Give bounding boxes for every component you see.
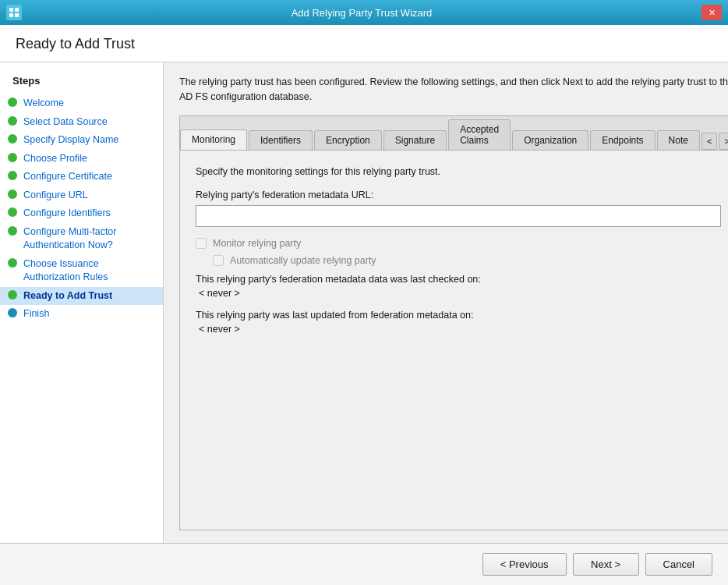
- tab-scroll-right[interactable]: >: [719, 133, 728, 150]
- sidebar-item-choose-profile[interactable]: Choose Profile: [0, 150, 163, 168]
- sidebar-item-welcome[interactable]: Welcome: [0, 94, 163, 113]
- window-title: Add Relying Party Trust Wizard: [22, 7, 701, 19]
- step-dot-choose-issuance: [8, 258, 17, 268]
- tab-content-monitoring: Specify the monitoring settings for this…: [180, 151, 728, 530]
- next-button[interactable]: Next >: [573, 553, 639, 576]
- cancel-button[interactable]: Cancel: [645, 553, 712, 576]
- sidebar-item-configure-url[interactable]: Configure URL: [0, 186, 163, 205]
- autoupdate-checkbox-row: Automatically update relying party: [196, 255, 721, 266]
- tab-accepted-claims[interactable]: Accepted Claims: [448, 119, 511, 150]
- last-checked-value: < never >: [196, 288, 721, 299]
- content-area: Steps Welcome Select Data Source Specify…: [0, 62, 728, 543]
- autoupdate-checkbox-label: Automatically update relying party: [230, 255, 376, 266]
- sidebar-item-select-data-source[interactable]: Select Data Source: [0, 113, 163, 132]
- window: Ready to Add Trust Steps Welcome Select …: [0, 25, 728, 585]
- svg-rect-3: [15, 13, 19, 17]
- main-panel: The relying party trust has been configu…: [164, 62, 728, 543]
- intro-text: The relying party trust has been configu…: [179, 75, 728, 105]
- step-dot-finish: [8, 308, 17, 317]
- step-dot-choose-profile: [8, 153, 17, 162]
- sidebar-item-ready-to-add[interactable]: Ready to Add Trust: [0, 287, 163, 306]
- step-dot-select-data-source: [8, 116, 17, 126]
- footer: < Previous Next > Cancel: [0, 543, 728, 585]
- sidebar-item-configure-certificate[interactable]: Configure Certificate: [0, 168, 163, 186]
- window-header: Ready to Add Trust: [0, 25, 728, 62]
- app-icon: [6, 5, 22, 20]
- svg-rect-0: [9, 8, 13, 12]
- tab-bar: Monitoring Identifiers Encryption Signat…: [180, 116, 728, 151]
- monitor-checkbox[interactable]: [196, 238, 207, 249]
- sidebar: Steps Welcome Select Data Source Specify…: [0, 62, 164, 543]
- svg-rect-1: [15, 8, 19, 12]
- previous-button[interactable]: < Previous: [482, 553, 567, 576]
- tab-identifiers[interactable]: Identifiers: [249, 130, 313, 150]
- sidebar-item-choose-issuance[interactable]: Choose Issuance Authorization Rules: [0, 255, 163, 287]
- tab-organization[interactable]: Organization: [512, 130, 588, 150]
- tab-endpoints[interactable]: Endpoints: [590, 130, 655, 150]
- monitor-checkbox-row: Monitor relying party: [196, 238, 721, 249]
- last-checked-label: This relying party's federation metadata…: [196, 274, 721, 285]
- tab-signature[interactable]: Signature: [383, 130, 447, 150]
- step-dot-welcome: [8, 98, 17, 107]
- tab-scroll-left[interactable]: <: [701, 133, 717, 150]
- sidebar-item-configure-multifactor[interactable]: Configure Multi-factor Authentication No…: [0, 223, 163, 255]
- step-dot-ready-to-add: [8, 290, 17, 300]
- step-dot-configure-multifactor: [8, 226, 17, 236]
- step-dot-configure-identifiers: [8, 207, 17, 217]
- tab-notes[interactable]: Note: [657, 130, 700, 150]
- last-updated-value: < never >: [196, 324, 721, 335]
- sidebar-item-specify-display-name[interactable]: Specify Display Name: [0, 131, 163, 150]
- title-bar: Add Relying Party Trust Wizard ✕: [0, 0, 728, 25]
- info-section: This relying party's federation metadata…: [196, 274, 721, 335]
- sidebar-item-configure-identifiers[interactable]: Configure Identifiers: [0, 204, 163, 223]
- step-dot-specify-display-name: [8, 134, 17, 144]
- close-button[interactable]: ✕: [701, 5, 722, 20]
- federation-url-input[interactable]: [196, 205, 721, 227]
- monitor-checkbox-label: Monitor relying party: [213, 238, 301, 249]
- tab-encryption[interactable]: Encryption: [314, 130, 382, 150]
- step-dot-configure-url: [8, 190, 17, 199]
- tab-monitoring[interactable]: Monitoring: [180, 129, 247, 150]
- sidebar-item-finish[interactable]: Finish: [0, 305, 163, 324]
- sidebar-title: Steps: [0, 75, 163, 94]
- autoupdate-checkbox[interactable]: [213, 255, 224, 266]
- step-dot-configure-certificate: [8, 171, 17, 180]
- last-updated-label: This relying party was last updated from…: [196, 310, 721, 321]
- svg-rect-2: [9, 13, 13, 17]
- tab-container: Monitoring Identifiers Encryption Signat…: [179, 115, 728, 531]
- monitoring-description: Specify the monitoring settings for this…: [196, 166, 721, 177]
- federation-url-label: Relying party's federation metadata URL:: [196, 190, 721, 200]
- page-title: Ready to Add Trust: [16, 36, 712, 52]
